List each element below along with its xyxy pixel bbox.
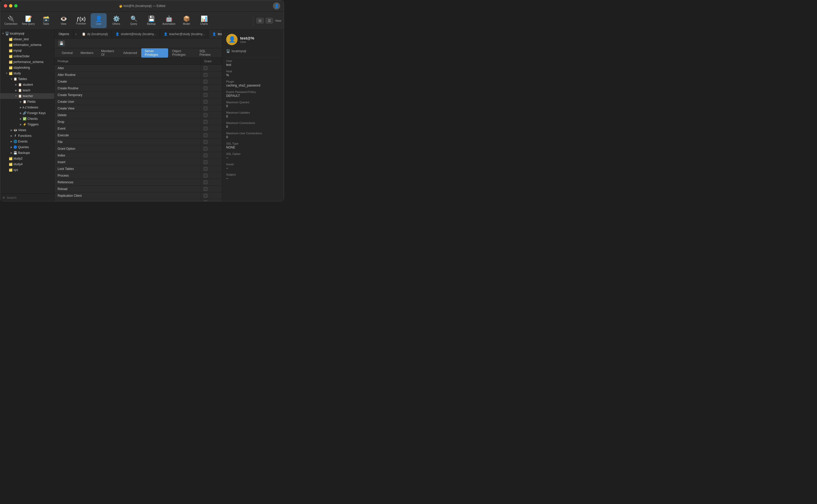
grant-checkbox[interactable] [204,100,207,104]
privileges-table: Privilege Grant AlterAlter RoutineCreate… [54,58,222,201]
subtab-members[interactable]: Members [77,50,97,56]
single-view-button[interactable]: ☰ [266,18,273,23]
grant-checkbox[interactable] [204,107,207,110]
table-row: Create Temporary [54,92,222,98]
tab-student-study[interactable]: 👤 student@study (localmy... [112,30,160,38]
grant-checkbox[interactable] [204,86,207,90]
grant-checkbox[interactable] [204,160,207,164]
toolbar-model[interactable]: 📦 Model [178,13,194,28]
table-row: Alter [54,65,222,72]
table-row: Create [54,78,222,85]
tab-test[interactable]: 👤 test@% » [209,30,222,38]
save-button[interactable]: 💾 [58,41,65,46]
tab-nav-arrows[interactable]: « [74,30,78,38]
toolbar-others[interactable]: ⚙️ Others [108,13,124,28]
sidebar-item-mysql[interactable]: 🗂️ mysql [0,48,54,53]
subtab-advanced[interactable]: Advanced [120,50,140,56]
grant-checkbox[interactable] [204,147,207,151]
close-button[interactable] [4,4,7,7]
subtab-object-privileges[interactable]: Object Privileges [169,48,195,58]
field-value: 0 [226,135,280,139]
search-input[interactable] [7,196,52,200]
backup-icon: 💾 [148,16,155,22]
subtab-general[interactable]: General [58,50,76,56]
maximize-button[interactable] [14,4,18,7]
sidebar-search-bar[interactable]: ⚙ [0,193,54,201]
tab-teacher-study[interactable]: 👤 teacher@study (localmy... [160,30,209,38]
grant-checkbox[interactable] [204,133,207,137]
automation-label: Automation [162,22,176,25]
grant-checkbox[interactable] [204,187,207,191]
sidebar-item-indexes[interactable]: ▶ A-Z Indexes [0,105,54,110]
grant-checkbox[interactable] [204,120,207,124]
database-icon: 🗂️ [9,162,13,166]
sidebar-item-study[interactable]: ▼ 🗂️ study [0,70,54,76]
grant-checkbox[interactable] [204,180,207,184]
sidebar-item-teach[interactable]: ▶ 📋 teach [0,88,54,93]
table-row: Replication Client [54,192,222,199]
field-label: Maximum Queries [226,101,280,104]
toolbar-function[interactable]: ƒ(x) Function [73,13,89,28]
grant-checkbox[interactable] [204,113,207,117]
toolbar-connection[interactable]: 🔌 Connection [3,13,19,28]
grant-checkbox[interactable] [204,140,207,144]
window-controls[interactable] [4,4,18,7]
query-label: Query [130,22,137,25]
sidebar-item-checks[interactable]: ▶ ✅ Checks [0,116,54,122]
grant-checkbox[interactable] [204,167,207,171]
grant-checkbox[interactable] [204,194,207,198]
toolbar-backup[interactable]: 💾 Backup [143,13,159,28]
subtab-members-of[interactable]: Members Of [98,48,119,58]
grant-checkbox[interactable] [204,93,207,97]
sidebar-item-teacher[interactable]: ▼ 📋 teacher [0,93,54,99]
toolbar-user[interactable]: 👤 User [91,13,107,28]
grant-checkbox[interactable] [204,127,207,130]
sidebar-item-onlineorder[interactable]: 🗂️ onlineOrder [0,53,54,59]
functions-icon: f [13,134,17,138]
subtab-sql-preview[interactable]: SQL Preview [196,48,218,58]
sidebar-item-queries[interactable]: ▶ 🔵 Queries [0,144,54,150]
sidebar-item-student[interactable]: ▶ 📋 student [0,82,54,88]
tab-study-localmysql[interactable]: 📋 dy (localmysql) [78,30,112,38]
sidebar-item-ebean-test[interactable]: 🗂️ ebean_test [0,36,54,42]
toolbar-new-query[interactable]: 📝 New Query [20,13,36,28]
sidebar-item-functions[interactable]: ▶ f Functions [0,133,54,139]
sidebar-item-backups[interactable]: ▶ 💾 Backups [0,150,54,156]
sidebar-item-foreign-keys[interactable]: ▶ 🔗 Foreign Keys [0,110,54,116]
toolbar-view[interactable]: 👁️ View [56,13,72,28]
sidebar-item-sys[interactable]: 🗂️ sys [0,167,54,173]
sidebar-item-events[interactable]: ▶ 🌐 Events [0,139,54,144]
toolbar-charts[interactable]: 📊 Charts [196,13,212,28]
sidebar-item-staybooking[interactable]: 🗂️ staybooking [0,65,54,70]
tab-objects[interactable]: Objects [54,30,74,38]
grant-checkbox[interactable] [204,201,207,202]
subtab-server-privileges[interactable]: Server Privileges [141,48,168,58]
split-view-button[interactable]: ⊟ [256,18,264,23]
table-row: File [54,139,222,145]
sidebar-item-performance-schema[interactable]: 🗂️ performance_schema [0,59,54,65]
privilege-name: Replication Slave [54,199,201,201]
server-icon: 🖥️ [226,49,230,53]
grant-checkbox[interactable] [204,66,207,70]
sidebar-item-fields[interactable]: ▶ 📋 Fields [0,99,54,105]
sidebar-item-triggers[interactable]: ▶ ⚡ Triggers [0,122,54,127]
grant-checkbox[interactable] [204,154,207,157]
grant-checkbox[interactable] [204,174,207,177]
sidebar-item-localmysql[interactable]: ▼ 🖥️ localmysql [0,31,54,36]
sidebar-item-study2[interactable]: 🗂️ study2 [0,156,54,161]
sidebar-item-study4[interactable]: 🗂️ study4 [0,161,54,167]
sidebar-item-information-schema[interactable]: 🗂️ information_schema [0,42,54,48]
toolbar-table[interactable]: 🗃️ Table [38,13,54,28]
sidebar-tree[interactable]: ▼ 🖥️ localmysql 🗂️ ebean_test 🗂️ informa… [0,30,54,193]
sidebar-item-views[interactable]: ▶ 👁️ Views [0,127,54,133]
toolbar-automation[interactable]: 🤖 Automation [161,13,177,28]
privilege-name: Drop [54,119,201,125]
grant-checkbox[interactable] [204,73,207,77]
user-avatar-titlebar[interactable]: 👤 [273,2,280,10]
grant-checkbox[interactable] [204,80,207,83]
toolbar-query[interactable]: 🔍 Query [126,13,142,28]
sidebar-item-tables[interactable]: ▼ 📋 Tables [0,76,54,82]
minimize-button[interactable] [9,4,12,7]
field-label: Maximum Updates [226,111,280,114]
field-label: SSL Type [226,142,280,145]
